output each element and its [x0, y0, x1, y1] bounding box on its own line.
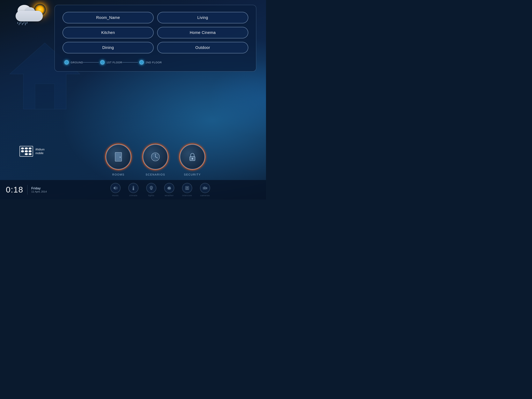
svg-point-22	[170, 188, 170, 189]
floor-first[interactable]: 1st FLOOR	[100, 60, 122, 64]
room-panel: Room_Name Living Kitchen Home Cinema Din…	[55, 5, 256, 71]
room-button-home-cinema[interactable]: Home Cinema	[157, 27, 248, 38]
logo-dot	[25, 148, 28, 149]
weather-widget	[12, 6, 51, 29]
nav-cameras-label: cameras	[200, 194, 210, 197]
room-button-outdoor[interactable]: Outdoor	[157, 42, 248, 53]
clock-date: Friday 11 April, 2014	[31, 187, 47, 193]
floor-dot-ground	[64, 60, 69, 64]
room-button-room-name[interactable]: Room_Name	[63, 12, 154, 23]
svg-point-14	[133, 189, 134, 190]
svg-rect-9	[190, 157, 195, 161]
room-button-kitchen[interactable]: Kitchen	[63, 27, 154, 38]
action-circle-rooms	[106, 144, 131, 169]
logo-brand2: mobile	[35, 151, 44, 155]
clock-full-date: 11 April, 2014	[31, 190, 47, 193]
action-scenarios[interactable]: SCENARIOS	[143, 144, 168, 176]
clock-section: 0:18 Friday 11 April, 2014	[0, 185, 55, 195]
svg-rect-11	[192, 159, 193, 160]
intercom-icon	[185, 186, 190, 191]
cameras-icon-circle	[200, 183, 210, 193]
nav-cameras[interactable]: cameras	[200, 183, 210, 197]
nav-icons: music climate lights	[55, 183, 266, 197]
svg-rect-25	[186, 189, 187, 189]
logo-dot	[29, 153, 32, 155]
floor-connector-2	[122, 62, 138, 63]
bulb-icon	[149, 186, 154, 191]
logo-dot	[29, 148, 32, 149]
lights-icon-circle	[146, 183, 156, 193]
camera-icon	[203, 186, 208, 191]
logo-dot	[25, 150, 28, 152]
nav-intercom-label: intercom	[182, 194, 192, 197]
nav-weather-label: weather	[165, 194, 174, 197]
clock-divider	[27, 185, 27, 195]
svg-point-24	[187, 187, 188, 188]
action-circle-scenarios	[143, 144, 168, 169]
svg-point-21	[169, 189, 169, 189]
logo-dot	[21, 148, 24, 149]
weather-icon-circle	[164, 183, 174, 193]
nav-weather[interactable]: weather	[164, 183, 174, 197]
clock-time: 0:18	[6, 185, 23, 194]
logo-container: iRidium mobile	[19, 146, 44, 157]
action-security[interactable]: SECURITY	[180, 144, 205, 176]
logo-brand: iRidium	[35, 148, 44, 151]
room-button-dining[interactable]: Dining	[63, 42, 154, 53]
floor-selector: GROUND 1st FLOOR 2nd FLOOR	[63, 60, 248, 64]
floor-dot-second	[139, 60, 144, 64]
floor-label-ground: GROUND	[71, 61, 83, 64]
svg-rect-3	[116, 153, 121, 161]
logo-dot	[25, 153, 28, 155]
music-icon-circle	[110, 183, 120, 193]
logo-text: iRidium mobile	[35, 148, 44, 155]
floor-second[interactable]: 2nd FLOOR	[139, 60, 162, 64]
floor-ground[interactable]: GROUND	[64, 60, 83, 64]
rain-drops	[18, 22, 27, 25]
cloud-nav-icon	[167, 186, 172, 191]
clock-icon	[150, 151, 161, 163]
svg-point-5	[151, 153, 159, 161]
nav-music[interactable]: music	[110, 183, 120, 197]
action-circle-security	[180, 144, 205, 169]
room-button-living[interactable]: Living	[157, 12, 248, 23]
svg-rect-27	[188, 189, 188, 189]
nav-intercom[interactable]: intercom	[182, 183, 192, 197]
logo-dot	[29, 150, 32, 152]
action-buttons: ROOMS SCENARIOS SECURITY	[55, 144, 256, 176]
svg-point-10	[192, 158, 193, 159]
svg-marker-29	[206, 187, 207, 189]
speaker-icon	[113, 186, 118, 191]
climate-icon-circle	[128, 183, 139, 193]
floor-label-second: 2nd FLOOR	[146, 61, 162, 64]
logo-dot	[21, 150, 24, 152]
floor-dot-first	[100, 60, 105, 64]
svg-point-20	[168, 188, 168, 189]
logo-dot	[21, 153, 24, 155]
door-icon	[113, 151, 124, 163]
floor-connector-1	[83, 62, 99, 63]
svg-point-4	[120, 157, 120, 158]
action-label-rooms: ROOMS	[112, 173, 125, 176]
room-grid: Room_Name Living Kitchen Home Cinema Din…	[63, 12, 248, 53]
thermometer-icon	[131, 186, 136, 191]
floor-label-first: 1st FLOOR	[107, 61, 122, 64]
svg-rect-16	[151, 190, 152, 190]
nav-lights-label: lights	[148, 194, 154, 197]
svg-rect-1	[35, 84, 55, 109]
svg-rect-26	[187, 189, 187, 189]
nav-lights[interactable]: lights	[146, 183, 156, 197]
action-rooms[interactable]: ROOMS	[106, 144, 131, 176]
svg-rect-2	[115, 153, 122, 161]
action-label-scenarios: SCENARIOS	[146, 173, 165, 176]
intercom-icon-circle	[182, 183, 192, 193]
nav-climate[interactable]: climate	[128, 183, 139, 197]
lock-icon	[187, 151, 198, 163]
nav-climate-label: climate	[129, 194, 138, 197]
action-label-security: SECURITY	[184, 173, 201, 176]
logo-icon	[19, 146, 33, 157]
cloud-main	[16, 11, 43, 21]
svg-point-6	[152, 154, 159, 160]
svg-rect-15	[151, 189, 152, 190]
nav-music-label: music	[112, 194, 119, 197]
